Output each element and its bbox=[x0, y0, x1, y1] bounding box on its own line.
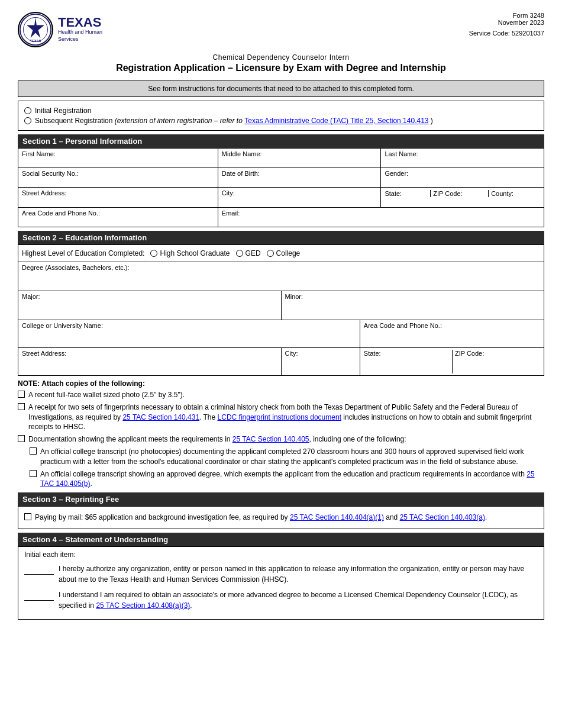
notes-section: NOTE: Attach copies of the following: A … bbox=[18, 379, 544, 489]
city-cell: City: bbox=[218, 188, 381, 208]
first-name-label: First Name: bbox=[22, 150, 214, 157]
note-item3-text: Documentation showing the applicant meet… bbox=[28, 434, 406, 444]
stmt1-initial-line bbox=[24, 563, 54, 575]
subsequent-registration-option[interactable]: Subsequent Registration (extension of in… bbox=[24, 117, 538, 125]
state-label: State: bbox=[385, 190, 428, 197]
initial-radio[interactable] bbox=[24, 107, 31, 114]
title-sub: Chemical Dependency Counselor Intern bbox=[18, 53, 544, 62]
stmt1-text: I hereby authorize any organization, ent… bbox=[59, 563, 538, 585]
gender-label: Gender: bbox=[385, 170, 540, 177]
major-minor-row: Major: Minor: bbox=[18, 291, 544, 320]
email-cell: Email: bbox=[218, 208, 544, 227]
tac-405-link[interactable]: 25 TAC Section 140.405 bbox=[232, 435, 309, 443]
minor-cell: Minor: bbox=[281, 291, 544, 320]
hs-grad-radio[interactable] bbox=[150, 250, 157, 257]
logo-hhs-label: Health and HumanServices bbox=[58, 29, 102, 43]
section4-wrapper: Section 4 – Statement of Understanding I… bbox=[18, 533, 544, 620]
edu-address-row: Street Address: City: State: ZIP Code: bbox=[18, 348, 544, 376]
first-name-cell: First Name: bbox=[18, 149, 218, 168]
dob-cell: Date of Birth: bbox=[218, 168, 381, 188]
logo-circle: TEXAS bbox=[18, 12, 53, 47]
state-zip-county-cell: State: ZIP Code: County: bbox=[381, 188, 544, 208]
note-item2-checkbox[interactable] bbox=[18, 403, 25, 410]
note-item3a: An official college transcript (no photo… bbox=[30, 447, 544, 467]
college-name-label: College or University Name: bbox=[22, 322, 356, 329]
note-item3-checkbox[interactable] bbox=[18, 435, 25, 442]
college-phone-label: Area Code and Phone No.: bbox=[364, 322, 540, 329]
degree-row: Degree (Associates, Bachelors, etc.): bbox=[18, 262, 544, 291]
section3-fee-line: Paying by mail: $65 application and back… bbox=[24, 513, 538, 523]
section4-header: Section 4 – Statement of Understanding bbox=[18, 533, 544, 546]
ssn-cell: Social Security No.: bbox=[18, 168, 218, 188]
tac-408-link[interactable]: 25 TAC Section 140.408(a)(3) bbox=[96, 601, 190, 610]
street-label: Street Address: bbox=[22, 189, 214, 197]
note-item2: A receipt for two sets of fingerprints n… bbox=[18, 402, 544, 432]
edu-zip-container: ZIP Code: bbox=[452, 350, 540, 373]
edu-state-label: State: bbox=[364, 350, 450, 357]
fee-checkbox[interactable] bbox=[24, 513, 31, 520]
note-item3a-text: An official college transcript (no photo… bbox=[40, 447, 544, 467]
edu-city-cell: City: bbox=[281, 348, 360, 376]
hs-grad-option[interactable]: High School Graduate bbox=[150, 249, 230, 257]
logo-section: TEXAS TEXAS Health and HumanServices bbox=[18, 12, 102, 47]
tac-link[interactable]: Texas Administrative Code (TAC) Title 25… bbox=[244, 117, 428, 125]
note-item3b-text: An official college transcript showing a… bbox=[40, 469, 544, 489]
college-radio[interactable] bbox=[267, 250, 274, 257]
state-zip-container: State: ZIP Code: bbox=[364, 350, 540, 373]
degree-label: Degree (Associates, Bachelors, etc.): bbox=[22, 264, 540, 271]
title-main: Registration Application – Licensure by … bbox=[18, 63, 544, 73]
hs-grad-label: High School Graduate bbox=[160, 249, 230, 257]
section2-table: Highest Level of Education Completed: Hi… bbox=[18, 244, 544, 376]
tac-431-link[interactable]: 25 TAC Section 140.431 bbox=[122, 413, 199, 421]
edu-zip-label: ZIP Code: bbox=[455, 350, 540, 357]
logo-texas-label: TEXAS bbox=[58, 16, 102, 29]
edu-street-label: Street Address: bbox=[22, 350, 277, 357]
phone-cell: Area Code and Phone No.: bbox=[18, 208, 218, 227]
form-number: Form 3248 bbox=[469, 12, 544, 19]
subsequent-radio[interactable] bbox=[24, 117, 31, 124]
city-label: City: bbox=[222, 189, 377, 197]
dob-label: Date of Birth: bbox=[222, 170, 377, 177]
note-item3b-checkbox[interactable] bbox=[30, 470, 37, 477]
college-phone-cell: Area Code and Phone No.: bbox=[360, 320, 544, 348]
fee-text: Paying by mail: $65 application and back… bbox=[35, 513, 487, 523]
section2-wrapper: Section 2 – Education Information Highes… bbox=[18, 231, 544, 376]
ged-label: GED bbox=[246, 249, 261, 257]
ssn-label: Social Security No.: bbox=[22, 170, 214, 177]
svg-marker-2 bbox=[27, 17, 44, 38]
contact-row: Area Code and Phone No.: Email: bbox=[18, 208, 544, 227]
ged-radio[interactable] bbox=[236, 250, 243, 257]
section3-content: Paying by mail: $65 application and back… bbox=[18, 506, 544, 529]
college-option[interactable]: College bbox=[267, 249, 301, 257]
initial-label: Initial Registration bbox=[35, 107, 91, 115]
zip-label: ZIP Code: bbox=[430, 190, 486, 197]
middle-name-label: Middle Name: bbox=[222, 150, 377, 157]
tac-404-link[interactable]: 25 TAC Section 140.404(a)(1) bbox=[290, 513, 384, 521]
note-item3-sub: An official college transcript (no photo… bbox=[30, 447, 544, 489]
edu-state-container: State: bbox=[364, 350, 452, 373]
edu-level-row: Highest Level of Education Completed: Hi… bbox=[18, 245, 544, 262]
note-item3: Documentation showing the applicant meet… bbox=[18, 434, 544, 444]
note-item1-checkbox[interactable] bbox=[18, 391, 25, 398]
college-name-row: College or University Name: Area Code an… bbox=[18, 320, 544, 348]
notes-title: NOTE: Attach copies of the following: bbox=[18, 379, 544, 388]
ged-option[interactable]: GED bbox=[236, 249, 261, 257]
id-row: Social Security No.: Date of Birth: Gend… bbox=[18, 168, 544, 188]
fingerprint-link[interactable]: LCDC fingerprint instructions document bbox=[218, 413, 341, 421]
tac-403-link[interactable]: 25 TAC Section 140.403(a) bbox=[400, 513, 485, 521]
section4-content: Initial each item: I hereby authorize an… bbox=[18, 546, 544, 620]
stmt2-line: I understand I am required to obtain an … bbox=[24, 590, 538, 611]
initial-registration-option[interactable]: Initial Registration bbox=[24, 107, 538, 115]
notice-box: See form instructions for documents that… bbox=[18, 80, 544, 97]
minor-label: Minor: bbox=[285, 293, 541, 300]
street-cell: Street Address: bbox=[18, 188, 218, 208]
edu-city-label: City: bbox=[285, 350, 356, 357]
phone-label: Area Code and Phone No.: bbox=[22, 210, 214, 217]
note-item3a-checkbox[interactable] bbox=[30, 447, 37, 455]
edu-options-row: Highest Level of Education Completed: Hi… bbox=[22, 247, 540, 260]
edu-level-cell: Highest Level of Education Completed: Hi… bbox=[18, 245, 544, 262]
form-date: November 2023 bbox=[469, 19, 544, 26]
logo-text: TEXAS Health and HumanServices bbox=[58, 16, 102, 43]
section3-header: Section 3 – Reprinting Fee bbox=[18, 492, 544, 506]
major-label: Major: bbox=[22, 293, 277, 300]
